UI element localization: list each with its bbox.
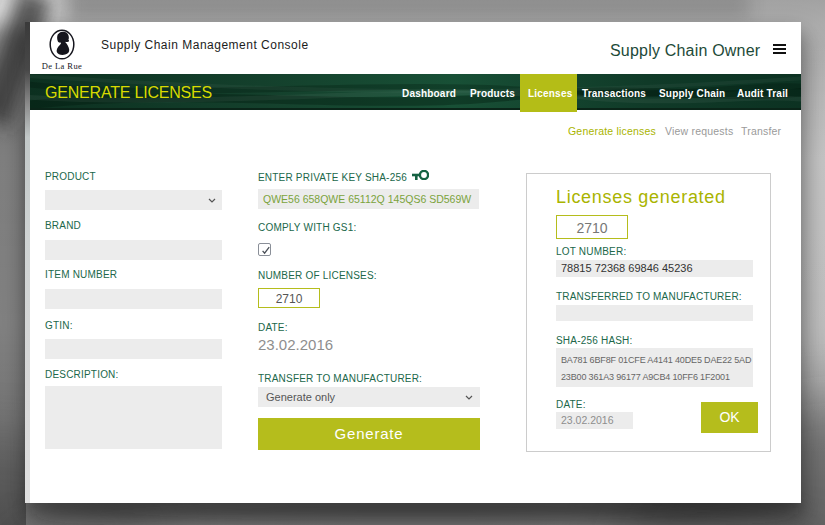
svg-text:De La Rue: De La Rue: [42, 61, 82, 71]
